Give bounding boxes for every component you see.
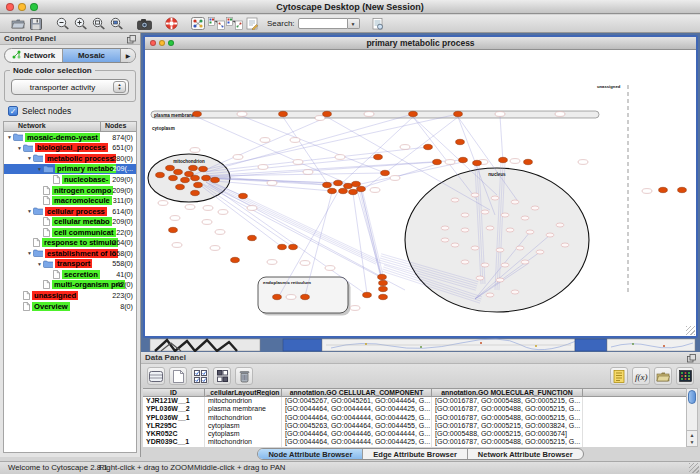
selected-gene-node[interactable] <box>381 170 390 175</box>
tab-mosaic[interactable]: Mosaic <box>63 49 121 62</box>
tree-row[interactable]: nucleobase-209(0) <box>4 174 136 185</box>
gene-node[interactable] <box>210 246 220 251</box>
zoom-selected-icon[interactable] <box>108 16 126 32</box>
gene-node[interactable] <box>300 261 310 266</box>
gene-node[interactable] <box>441 226 449 230</box>
gene-node[interactable] <box>511 290 519 294</box>
table-cell[interactable] <box>583 422 686 430</box>
gene-node[interactable] <box>185 205 195 210</box>
table-row[interactable]: YPL036W__2plasma membrane[GO:0044464, GO… <box>143 405 686 413</box>
network-panel-icon[interactable] <box>189 16 207 32</box>
selected-gene-node[interactable] <box>328 188 337 193</box>
tab-node-attribute-browser[interactable]: Node Attribute Browser <box>258 449 363 459</box>
gene-node[interactable] <box>501 213 509 217</box>
gene-node[interactable] <box>506 228 514 232</box>
network-graph[interactable]: plasma membranecytoplasmmitochondrionnuc… <box>145 50 696 336</box>
gene-node[interactable] <box>364 112 374 117</box>
new-attribute-icon[interactable] <box>169 367 187 385</box>
vizmapper-edge-icon[interactable] <box>225 16 243 32</box>
gene-node[interactable] <box>556 223 564 227</box>
gene-node[interactable] <box>303 170 313 175</box>
function-builder-icon[interactable]: f(x) <box>632 367 650 385</box>
selected-gene-node[interactable] <box>349 189 358 194</box>
tabs-overflow-icon[interactable]: ▶ <box>121 49 135 62</box>
selected-gene-node[interactable] <box>239 193 248 198</box>
selected-gene-node[interactable] <box>379 280 388 285</box>
selected-gene-node[interactable] <box>174 169 183 174</box>
zoom-window-icon[interactable] <box>30 3 38 11</box>
table-cell[interactable]: YJR121W__1 <box>143 397 205 405</box>
gene-node[interactable] <box>202 220 212 225</box>
gene-node[interactable] <box>451 243 459 247</box>
advanced-search-icon[interactable] <box>369 16 387 32</box>
gene-node[interactable] <box>491 196 499 200</box>
selected-gene-node[interactable] <box>194 182 203 187</box>
unselect-attributes-icon[interactable] <box>213 367 231 385</box>
gene-node[interactable] <box>501 263 509 267</box>
table-row[interactable]: YKR052Ccytoplasm[GO:0044464, GO:0044446,… <box>143 430 686 438</box>
gene-node[interactable] <box>536 250 544 254</box>
table-cell[interactable]: mitochondrion <box>205 414 282 422</box>
gene-node[interactable] <box>218 210 228 215</box>
selected-gene-node[interactable] <box>352 181 361 186</box>
scroll-up-icon[interactable]: ▲ <box>690 432 695 439</box>
col-cellular-component[interactable]: annotation.GO CELLULAR_COMPONENT <box>282 389 432 396</box>
col-molecular-function[interactable]: annotation.GO MOLECULAR_FUNCTION <box>432 389 583 396</box>
snapshot-icon[interactable] <box>135 16 153 32</box>
tree-row[interactable]: ▼metabolic process280(0) <box>4 153 136 164</box>
selected-gene-node[interactable] <box>339 188 348 193</box>
attribute-batch-icon[interactable] <box>610 367 628 385</box>
table-cell[interactable]: [GO:0044464, GO:0044444, GO:0044425, G..… <box>282 414 432 422</box>
gene-node[interactable] <box>471 246 479 250</box>
tree-row[interactable]: secretion41(0) <box>4 269 136 280</box>
gene-node[interactable] <box>496 248 504 252</box>
table-cell[interactable]: [GO:0016787, GO:0005488, GO:0005215, G..… <box>432 397 583 405</box>
gene-node[interactable] <box>486 293 494 297</box>
table-cell[interactable] <box>583 397 686 405</box>
selected-gene-node[interactable] <box>199 166 208 171</box>
selected-gene-node[interactable] <box>176 184 185 189</box>
tree-row[interactable]: response to stimulu264(0) <box>4 237 136 248</box>
selected-gene-node[interactable] <box>659 187 668 192</box>
gene-node[interactable] <box>350 306 360 311</box>
selected-gene-node[interactable] <box>278 244 287 249</box>
tab-network[interactable]: Network <box>5 49 63 62</box>
gene-node[interactable] <box>290 138 300 143</box>
selected-gene-node[interactable] <box>231 257 240 262</box>
tree-row[interactable]: ▼primary metabo209(... <box>4 164 136 175</box>
selected-gene-node[interactable] <box>459 157 468 162</box>
table-cell[interactable]: cytoplasm <box>205 430 282 438</box>
gene-node[interactable] <box>526 230 534 234</box>
gene-node[interactable] <box>203 206 213 211</box>
gene-node[interactable] <box>481 263 489 267</box>
window-titlebar[interactable]: Cytoscape Desktop (New Session) <box>0 0 700 14</box>
scrollbar-arrows[interactable]: ▲▼ <box>687 430 697 446</box>
table-row[interactable]: YJR121W__1mitochondrion[GO:0045267, GO:0… <box>143 397 686 405</box>
gene-node[interactable] <box>170 216 180 221</box>
table-cell[interactable]: mitochondrion <box>205 397 282 405</box>
selected-gene-node[interactable] <box>456 139 465 144</box>
selected-gene-node[interactable] <box>202 175 211 180</box>
table-cell[interactable] <box>583 414 686 422</box>
gene-node[interactable] <box>215 230 225 235</box>
table-row[interactable]: YDR039C__1mitochondrion[GO:0044464, GO:0… <box>143 438 686 446</box>
selected-gene-node[interactable] <box>273 294 282 299</box>
selected-gene-node[interactable] <box>363 292 372 297</box>
close-icon[interactable] <box>6 3 14 11</box>
tab-network-attribute-browser[interactable]: Network Attribute Browser <box>468 449 583 459</box>
gene-node[interactable] <box>578 160 588 165</box>
selected-gene-node[interactable] <box>323 111 332 116</box>
selected-gene-node[interactable] <box>181 177 190 182</box>
minimize-icon[interactable] <box>18 3 26 11</box>
table-cell[interactable] <box>583 405 686 413</box>
selected-gene-node[interactable] <box>189 165 198 170</box>
gene-node[interactable] <box>555 112 565 117</box>
gene-node[interactable] <box>190 148 200 153</box>
selected-gene-node[interactable] <box>169 227 178 232</box>
table-cell[interactable] <box>583 430 686 438</box>
import-attributes-icon[interactable] <box>654 367 672 385</box>
selected-gene-node[interactable] <box>374 154 383 159</box>
scrollbar-thumb[interactable] <box>688 390 696 404</box>
selected-gene-node[interactable] <box>248 235 257 240</box>
gene-node[interactable] <box>233 155 243 160</box>
